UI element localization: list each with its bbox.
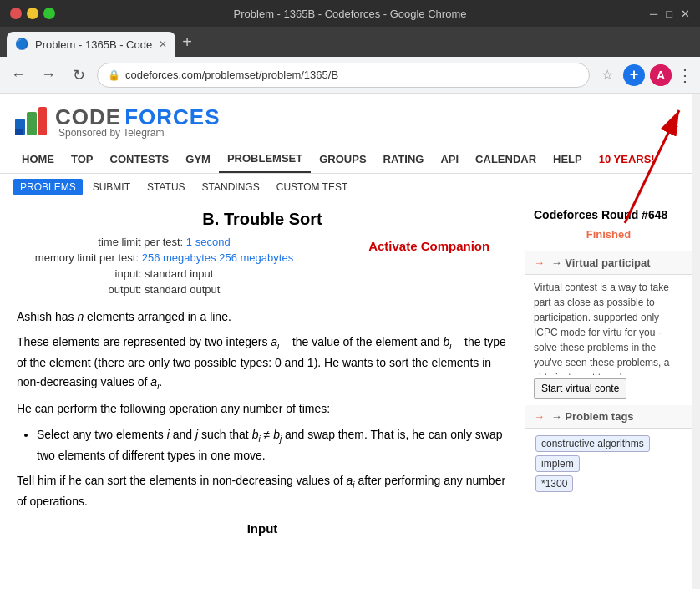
nav-10years[interactable]: 10 YEARS! [591, 146, 663, 172]
virtual-text: Virtual contest is a way to take part as… [525, 275, 692, 375]
rating-badge: *1300 [535, 475, 573, 492]
problem-operation-item: Select any two elements i and j such tha… [37, 425, 508, 465]
tab-title: Problem - 1365B - Code [35, 38, 152, 51]
close-window-btn[interactable] [10, 8, 22, 19]
virtual-title: → Virtual participat [551, 256, 651, 269]
input-line: input: standard input [35, 267, 293, 280]
back-btn[interactable]: ← [7, 63, 30, 87]
win-maximize-btn[interactable]: □ [666, 8, 672, 20]
window-title: Problem - 1365B - Codeforces - Google Ch… [60, 8, 640, 20]
round-status: Finished [534, 225, 683, 244]
problem-operations-list: Select any two elements i and j such tha… [37, 425, 508, 465]
problem-title: B. Trouble Sort [17, 210, 508, 229]
nav-groups[interactable]: GROUPS [311, 146, 374, 172]
nav-calendar[interactable]: CALENDAR [467, 146, 545, 172]
tag-implementation[interactable]: implem [535, 455, 580, 472]
problem-paragraph-2: These elements are represented by two in… [17, 333, 508, 393]
input-label: input: [115, 267, 142, 280]
problem-main: B. Trouble Sort time limit per test: 1 s… [0, 201, 525, 551]
problem-meta-left: time limit per test: 1 second memory lim… [35, 236, 293, 299]
nav-problemset[interactable]: PROBLEMSET [219, 145, 311, 173]
maximize-window-btn[interactable] [43, 8, 55, 19]
problem-body: Ashish has n elements arranged in a line… [17, 307, 508, 539]
problem-meta-row: time limit per test: 1 second memory lim… [17, 236, 508, 299]
input-value: standard input [145, 267, 213, 280]
subtab-custom-test[interactable]: CUSTOM TEST [270, 179, 355, 195]
scrollbar[interactable] [692, 94, 700, 589]
win-minimize-btn[interactable]: ─ [650, 8, 657, 20]
problem-area: B. Trouble Sort time limit per test: 1 s… [0, 201, 692, 551]
right-sidebar: Codeforces Round #648 Finished → → Virtu… [525, 201, 692, 551]
forward-btn[interactable]: → [37, 63, 60, 87]
win-close-btn[interactable]: ✕ [681, 8, 690, 20]
main-content: CODE FORCES Sponsored by Telegram E HOME… [0, 94, 692, 589]
problem-paragraph-3: He can perform the following operation a… [17, 399, 508, 418]
address-bar-icons: ☆ + A ⋮ [596, 64, 693, 86]
arrow-icon: → [534, 256, 545, 269]
url-box[interactable]: 🔒 codeforces.com/problemset/problem/1365… [97, 63, 590, 88]
lock-icon: 🔒 [108, 69, 120, 81]
tab-close-btn[interactable]: ✕ [159, 38, 167, 50]
nav-contests[interactable]: CONTESTS [102, 146, 178, 172]
time-limit-label: time limit per test: [98, 236, 183, 248]
nav-rating[interactable]: RATING [375, 146, 433, 172]
memory-limit-value: 256 megabytes [142, 251, 216, 264]
problem-paragraph-4: Tell him if he can sort the elements in … [17, 471, 508, 510]
round-title: Codeforces Round #648 [534, 208, 683, 221]
url-text: codeforces.com/problemset/problem/1365/B [125, 69, 579, 81]
time-limit-line: time limit per test: 1 second [35, 236, 293, 248]
cf-header: CODE FORCES Sponsored by Telegram E HOME… [0, 94, 692, 174]
cf-nav: HOME TOP CONTESTS GYM PROBLEMSET GROUPS … [13, 145, 678, 173]
nav-home[interactable]: HOME [13, 146, 63, 172]
svg-text:A: A [657, 69, 665, 82]
sub-tabs: PROBLEMS SUBMIT STATUS STANDINGS CUSTOM … [0, 174, 692, 201]
title-bar: Problem - 1365B - Codeforces - Google Ch… [0, 0, 700, 27]
input-section-header: Input [17, 519, 508, 539]
svg-rect-4 [38, 107, 47, 135]
add-to-reading-list-icon[interactable]: + [623, 64, 645, 86]
browser-menu-btn[interactable]: ⋮ [677, 65, 693, 85]
output-line: output: standard output [35, 283, 293, 296]
tag-constructive-algorithms[interactable]: constructive algorithms [535, 435, 650, 452]
virtual-participate-header: → → Virtual participat [525, 251, 692, 275]
refresh-btn[interactable]: ↻ [67, 63, 90, 87]
cf-logo-text: CODE FORCES Sponsored by Telegram [55, 104, 220, 139]
round-section: Codeforces Round #648 Finished [525, 201, 692, 251]
memory-limit-label: memory limit per test: [35, 251, 139, 264]
nav-api[interactable]: API [432, 146, 467, 172]
logo-forces: FORCES [124, 104, 220, 130]
output-value: standard output [145, 283, 220, 296]
output-label: output: [109, 283, 142, 296]
page-wrapper: CODE FORCES Sponsored by Telegram E HOME… [0, 94, 700, 589]
memory-limit-line: memory limit per test: 256 megabytes 256… [35, 251, 293, 264]
logo-code: CODE [55, 104, 121, 130]
subtab-submit[interactable]: SUBMIT [86, 179, 137, 195]
svg-rect-5 [15, 129, 23, 135]
activate-companion-btn[interactable]: Activate Companion [368, 239, 489, 253]
cf-logo-row: CODE FORCES Sponsored by Telegram E [13, 104, 678, 139]
nav-top[interactable]: TOP [63, 146, 102, 172]
start-virtual-contest-btn[interactable]: Start virtual conte [534, 378, 626, 399]
tab-bar: 🔵 Problem - 1365B - Code ✕ + [0, 27, 700, 57]
nav-help[interactable]: HELP [545, 146, 591, 172]
tags-arrow-icon: → [534, 410, 545, 423]
time-limit-value[interactable]: 1 second [186, 236, 231, 248]
address-bar: ← → ↻ 🔒 codeforces.com/problemset/proble… [0, 57, 700, 94]
minimize-window-btn[interactable] [27, 8, 38, 19]
svg-rect-3 [27, 112, 37, 135]
bookmark-icon[interactable]: ☆ [596, 64, 618, 86]
problem-tags-header: → → Problem tags [525, 405, 692, 429]
profile-avatar[interactable]: A [650, 64, 672, 86]
subtab-problems[interactable]: PROBLEMS [13, 179, 83, 195]
tags-section: constructive algorithms implem *1300 [525, 429, 692, 499]
problem-paragraph-1: Ashish has n elements arranged in a line… [17, 307, 508, 326]
tab-favicon: 🔵 [15, 38, 28, 51]
cf-logo-icon [13, 104, 48, 139]
browser-tab[interactable]: 🔵 Problem - 1365B - Code ✕ [7, 32, 175, 57]
new-tab-btn[interactable]: + [175, 33, 199, 52]
tags-title: → Problem tags [551, 410, 634, 423]
login-register-link[interactable]: E [671, 116, 678, 129]
subtab-standings[interactable]: STANDINGS [195, 179, 266, 195]
subtab-status[interactable]: STATUS [140, 179, 192, 195]
nav-gym[interactable]: GYM [177, 146, 219, 172]
